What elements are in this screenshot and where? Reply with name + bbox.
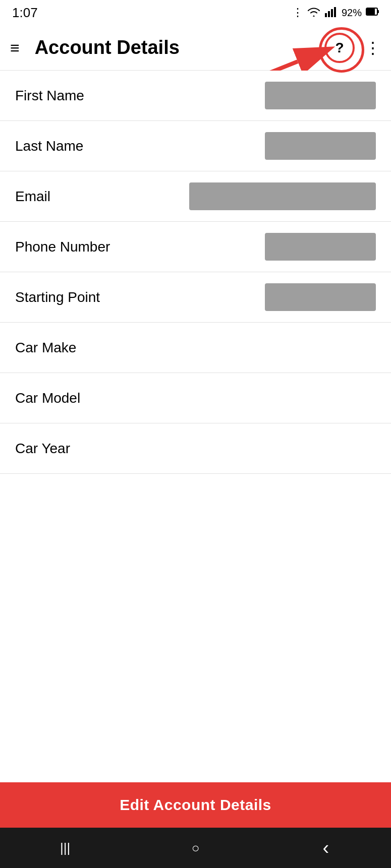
edit-account-button[interactable]: Edit Account Details xyxy=(0,782,391,828)
form-row-email: Email xyxy=(0,171,391,222)
phone-number-label: Phone Number xyxy=(15,239,110,255)
app-bar: ≡ Account Details ? ⋮ xyxy=(0,25,391,71)
form-row-starting-point: Starting Point xyxy=(0,272,391,323)
question-mark-icon: ? xyxy=(335,40,344,56)
car-year-label: Car Year xyxy=(15,441,70,457)
svg-rect-0 xyxy=(325,13,327,17)
first-name-value xyxy=(265,82,376,109)
form-row-firstname: First Name xyxy=(0,71,391,121)
signal-icon xyxy=(324,6,338,20)
app-bar-actions: ? ⋮ xyxy=(324,33,381,63)
wifi-icon xyxy=(307,6,320,20)
back-button[interactable]: ‹ xyxy=(311,833,341,863)
first-name-label: First Name xyxy=(15,88,84,104)
menu-icon[interactable]: ≡ xyxy=(10,40,20,56)
svg-rect-5 xyxy=(367,9,375,15)
svg-rect-1 xyxy=(328,11,330,17)
recent-apps-button[interactable]: ||| xyxy=(50,833,80,863)
svg-rect-6 xyxy=(377,10,379,13)
battery-icon xyxy=(366,7,379,19)
battery-percent: 92% xyxy=(342,7,362,19)
bluetooth-icon: ⋮ xyxy=(292,6,303,19)
status-icons: ⋮ 92% xyxy=(292,6,379,20)
content-spacer xyxy=(0,474,391,782)
page-title: Account Details xyxy=(35,37,324,58)
form-row-phone: Phone Number xyxy=(0,222,391,272)
help-button[interactable]: ? xyxy=(324,33,355,63)
status-time: 1:07 xyxy=(12,5,38,21)
bottom-section: Edit Account Details xyxy=(0,782,391,828)
last-name-value xyxy=(265,132,376,160)
last-name-label: Last Name xyxy=(15,138,83,154)
email-label: Email xyxy=(15,189,50,205)
content-area: First Name Last Name Email Phone Number … xyxy=(0,71,391,782)
email-value xyxy=(189,182,376,210)
more-options-icon[interactable]: ⋮ xyxy=(365,38,381,57)
form-row-car-model: Car Model xyxy=(0,373,391,423)
car-make-label: Car Make xyxy=(15,340,76,356)
form-row-car-make: Car Make xyxy=(0,323,391,373)
form-row-lastname: Last Name xyxy=(0,121,391,171)
home-button[interactable]: ○ xyxy=(180,833,210,863)
phone-number-value xyxy=(265,233,376,261)
status-bar: 1:07 ⋮ 92% xyxy=(0,0,391,25)
nav-bar: ||| ○ ‹ xyxy=(0,828,391,868)
svg-rect-2 xyxy=(331,9,333,17)
car-model-label: Car Model xyxy=(15,390,80,406)
svg-rect-3 xyxy=(334,7,336,17)
app-bar-wrapper: ≡ Account Details ? ⋮ xyxy=(0,25,391,71)
starting-point-label: Starting Point xyxy=(15,289,100,305)
starting-point-value xyxy=(265,283,376,311)
form-row-car-year: Car Year xyxy=(0,423,391,474)
